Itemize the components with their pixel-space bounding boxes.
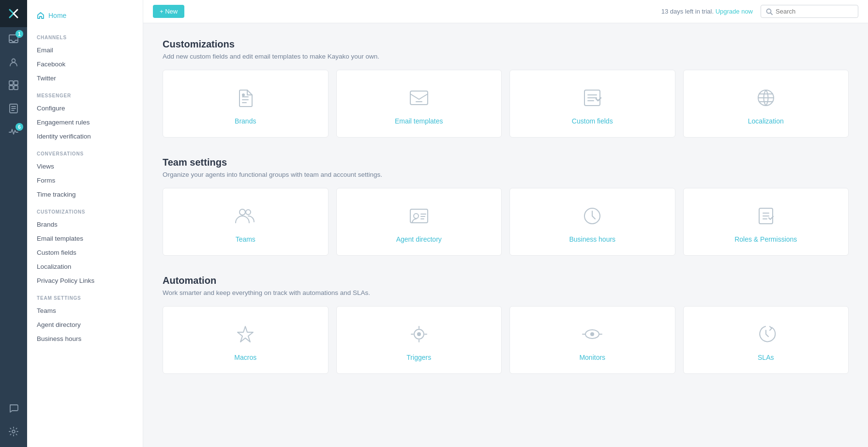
- customizations-card-grid: Brands Email templates: [163, 70, 849, 138]
- sidebar-item-agent-directory[interactable]: Agent directory: [27, 318, 143, 332]
- monitors-card-label: Monitors: [579, 354, 605, 361]
- upgrade-link[interactable]: Upgrade now: [716, 8, 753, 15]
- settings-nav-icon[interactable]: [0, 420, 27, 443]
- home-label: Home: [48, 12, 66, 19]
- triggers-card-label: Triggers: [406, 354, 431, 361]
- email-templates-card[interactable]: Email templates: [336, 70, 502, 138]
- main-wrapper: + New 13 days left in trial. Upgrade now: [143, 0, 868, 447]
- monitors-icon: [581, 323, 604, 346]
- team-settings-title: Team settings: [163, 157, 849, 168]
- svg-rect-10: [410, 91, 428, 105]
- customizations-title: Customizations: [163, 39, 849, 50]
- roles-permissions-card[interactable]: Roles & Permissions: [683, 188, 849, 256]
- docs-nav-icon[interactable]: [0, 97, 27, 120]
- team-settings-card-grid: Teams Agent directory: [163, 188, 849, 256]
- sidebar: Home CHANNELS Email Facebook Twitter MES…: [27, 0, 143, 447]
- automation-card-grid: Macros Triggers: [163, 306, 849, 374]
- monitors-card[interactable]: Monitors: [509, 306, 675, 374]
- localization-card[interactable]: Localization: [683, 70, 849, 138]
- macros-card-label: Macros: [234, 354, 256, 361]
- svg-point-7: [12, 430, 15, 433]
- sidebar-item-teams[interactable]: Teams: [27, 304, 143, 318]
- reports-nav-icon[interactable]: [0, 74, 27, 97]
- sidebar-item-identity-verification[interactable]: Identity verification: [27, 129, 143, 143]
- triggers-icon: [407, 323, 431, 346]
- inbox-nav-icon[interactable]: 1: [0, 27, 27, 50]
- automation-section: Automation Work smarter and keep everyth…: [163, 275, 849, 374]
- email-templates-icon: [407, 86, 431, 109]
- main-content: Customizations Add new custom fields and…: [143, 23, 868, 447]
- sidebar-item-twitter[interactable]: Twitter: [27, 71, 143, 85]
- roles-permissions-icon: [754, 204, 778, 228]
- teams-card-label: Teams: [236, 235, 255, 243]
- channels-section-label: CHANNELS: [27, 27, 143, 43]
- svg-point-9: [242, 93, 245, 96]
- triggers-card[interactable]: Triggers: [336, 306, 502, 374]
- business-hours-card[interactable]: Business hours: [509, 188, 675, 256]
- svg-point-20: [417, 332, 421, 336]
- brands-icon: [234, 86, 257, 109]
- localization-card-label: Localization: [748, 117, 784, 125]
- icon-bar: 1 6: [0, 0, 27, 447]
- custom-fields-card-label: Custom fields: [572, 117, 613, 125]
- sidebar-item-localization[interactable]: Localization: [27, 260, 143, 274]
- svg-point-14: [246, 210, 251, 215]
- sidebar-item-forms[interactable]: Forms: [27, 173, 143, 187]
- sidebar-item-time-tracking[interactable]: Time tracking: [27, 187, 143, 201]
- app-logo: [0, 0, 27, 27]
- sidebar-home[interactable]: Home: [27, 8, 143, 27]
- topbar: + New 13 days left in trial. Upgrade now: [143, 0, 868, 23]
- sidebar-item-views[interactable]: Views: [27, 159, 143, 173]
- brands-card-label: Brands: [235, 117, 256, 125]
- trial-info: 13 days left in trial. Upgrade now: [661, 8, 753, 15]
- customizations-section-label: CUSTOMIZATIONS: [27, 201, 143, 217]
- search-icon: [766, 8, 773, 15]
- teams-card[interactable]: Teams: [163, 188, 329, 256]
- svg-rect-5: [14, 86, 18, 90]
- sidebar-item-privacy-policy[interactable]: Privacy Policy Links: [27, 274, 143, 288]
- slas-card[interactable]: SLAs: [683, 306, 849, 374]
- search-input[interactable]: [776, 8, 853, 15]
- chat-nav-icon[interactable]: [0, 397, 27, 420]
- macros-icon: [234, 323, 257, 346]
- sidebar-item-email-templates[interactable]: Email templates: [27, 231, 143, 246]
- macros-card[interactable]: Macros: [163, 306, 329, 374]
- new-button[interactable]: + New: [153, 5, 184, 18]
- slas-card-label: SLAs: [758, 354, 774, 361]
- sidebar-item-business-hours[interactable]: Business hours: [27, 332, 143, 346]
- messenger-section-label: MESSENGER: [27, 85, 143, 101]
- team-settings-section: Team settings Organize your agents into …: [163, 157, 849, 256]
- sidebar-item-configure[interactable]: Configure: [27, 101, 143, 115]
- activity-nav-icon[interactable]: 6: [0, 120, 27, 143]
- business-hours-card-label: Business hours: [569, 235, 615, 243]
- sidebar-item-brands[interactable]: Brands: [27, 217, 143, 231]
- sidebar-item-email[interactable]: Email: [27, 43, 143, 57]
- agent-directory-icon: [407, 204, 431, 228]
- search-box[interactable]: [761, 5, 858, 18]
- svg-rect-4: [9, 86, 13, 90]
- sidebar-item-facebook[interactable]: Facebook: [27, 57, 143, 71]
- svg-rect-3: [14, 81, 18, 85]
- svg-point-13: [239, 209, 245, 215]
- contacts-nav-icon[interactable]: [0, 50, 27, 74]
- sidebar-item-custom-fields[interactable]: Custom fields: [27, 246, 143, 260]
- business-hours-icon: [581, 204, 604, 228]
- topbar-right: 13 days left in trial. Upgrade now: [661, 5, 858, 18]
- teams-icon: [234, 204, 257, 228]
- conversations-section-label: CONVERSATIONS: [27, 143, 143, 159]
- svg-point-22: [590, 332, 594, 336]
- agent-directory-card-label: Agent directory: [396, 235, 442, 243]
- team-settings-desc: Organize your agents into functional gro…: [163, 171, 849, 178]
- brands-card[interactable]: Brands: [163, 70, 329, 138]
- team-settings-section-label: TEAM SETTINGS: [27, 288, 143, 304]
- slas-icon: [754, 323, 778, 346]
- custom-fields-card[interactable]: Custom fields: [509, 70, 675, 138]
- sidebar-item-engagement-rules[interactable]: Engagement rules: [27, 115, 143, 129]
- inbox-badge: 1: [15, 30, 23, 38]
- automation-title: Automation: [163, 275, 849, 286]
- svg-rect-2: [9, 81, 13, 85]
- agent-directory-card[interactable]: Agent directory: [336, 188, 502, 256]
- custom-fields-icon: [581, 86, 604, 109]
- activity-badge: 6: [15, 123, 23, 131]
- roles-permissions-card-label: Roles & Permissions: [734, 235, 797, 243]
